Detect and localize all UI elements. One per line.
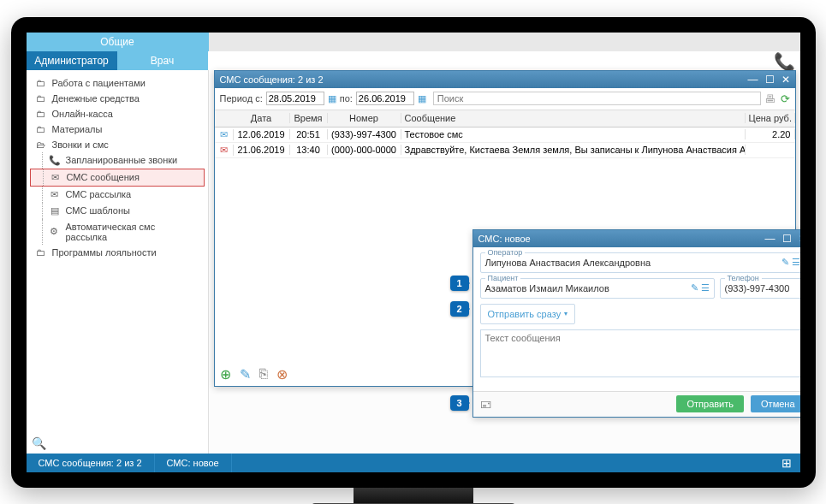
sidebar-item-loyalty[interactable]: 🗀Программы лояльности <box>30 245 205 260</box>
phone-icon[interactable]: 📞 <box>774 51 795 72</box>
send-button[interactable]: Отправить <box>676 395 744 412</box>
minimize-icon[interactable]: — <box>748 74 758 86</box>
dialog-title: СМС: новое <box>478 234 531 244</box>
period-to-label: по: <box>340 93 353 104</box>
sidebar-sub-sms-mailing[interactable]: ✉СМС рассылка <box>30 187 205 203</box>
folder-open-icon: 🗁 <box>35 139 47 150</box>
envelope-icon: ✉ <box>50 172 62 183</box>
list-icon[interactable]: ☰ <box>701 282 710 294</box>
cancel-button[interactable]: Отмена <box>751 395 799 412</box>
list-bottom-toolbar: ⊕ ✎ ⎘ ⊗ <box>220 366 288 382</box>
date-to-input[interactable] <box>356 92 414 105</box>
table-row[interactable]: ✉ 21.06.2019 13:40 (000)-000-0000 Здравс… <box>215 143 795 158</box>
envelope-icon: ✉ <box>215 129 234 140</box>
window-title: СМС сообщения: 2 из 2 <box>220 74 324 85</box>
tab-doctor[interactable]: Врач <box>117 51 208 70</box>
status-left-1[interactable]: СМС сообщения: 2 из 2 <box>27 454 155 472</box>
attachment-icon[interactable]: 🖃 <box>480 398 491 411</box>
header-time[interactable]: Время <box>290 113 328 123</box>
callout-2: 2 <box>450 301 469 317</box>
sidebar-item-money[interactable]: 🗀Денежные средства <box>30 91 205 106</box>
folder-icon: 🗀 <box>35 78 47 88</box>
header-number[interactable]: Номер <box>328 113 401 123</box>
message-textarea[interactable] <box>480 329 800 377</box>
gear-icon: ⚙ <box>49 226 61 237</box>
status-bar: СМС сообщения: 2 из 2 СМС: новое ⊞ <box>27 454 800 472</box>
operator-field: Оператор Липунова Анаствасия Александров… <box>480 252 800 273</box>
sms-new-dialog: СМС: новое — ☐ ✕ Оператор Липунова Анаст… <box>472 229 800 418</box>
list-icon[interactable]: ☰ <box>792 257 800 268</box>
envelope-icon: ✉ <box>49 189 61 200</box>
header-price[interactable]: Цена руб. <box>746 113 795 123</box>
chevron-down-icon: ▾ <box>564 310 568 317</box>
search-input[interactable] <box>433 92 761 105</box>
dialog-title-bar[interactable]: СМС: новое — ☐ ✕ <box>473 230 800 247</box>
edit-icon[interactable]: ✎ <box>240 366 251 382</box>
close-icon[interactable]: ✕ <box>799 233 800 245</box>
search-icon[interactable]: 🔍 <box>32 436 46 450</box>
sidebar-item-materials[interactable]: 🗀Материалы <box>30 122 205 137</box>
calendar-icon[interactable]: ▦ <box>328 93 336 104</box>
tab-general[interactable]: Общие <box>27 33 209 51</box>
header-date[interactable]: Дата <box>234 113 290 123</box>
folder-icon: 🗀 <box>35 247 47 258</box>
status-left-2[interactable]: СМС: новое <box>155 454 232 472</box>
calendar-icon[interactable]: ▦ <box>418 93 426 104</box>
phone-icon: 📞 <box>49 155 61 166</box>
window-title-bar[interactable]: СМС сообщения: 2 из 2 — ☐ ✕ <box>215 71 795 88</box>
filter-bar: Период с: ▦ по: ▦ 🖶 ⟳ <box>215 88 795 110</box>
add-icon[interactable]: ⊕ <box>220 366 231 382</box>
callout-3: 3 <box>450 395 469 411</box>
sidebar-sub-sms-templates[interactable]: ▤СМС шаблоны <box>30 203 205 219</box>
date-from-input[interactable] <box>266 92 324 105</box>
patient-field: Пациент Азаматов Измаил Микаилов ✎☰ <box>480 278 715 299</box>
phone-field: Телефон (933)-997-4300 <box>720 278 800 299</box>
top-tabs: Общие <box>27 33 800 51</box>
sidebar: 🗀Работа с пациентами 🗀Денежные средства … <box>27 70 209 454</box>
sidebar-item-calls-sms[interactable]: 🗁Звонки и смс <box>30 137 205 152</box>
envelope-icon: ✉ <box>215 145 234 156</box>
maximize-icon[interactable]: ☐ <box>765 74 775 86</box>
main-toolbar: 📞 <box>208 51 800 70</box>
delete-icon[interactable]: ⊗ <box>276 366 288 382</box>
send-mode-dropdown[interactable]: Отправить сразу▾ <box>480 304 576 324</box>
copy-icon[interactable]: ⎘ <box>259 366 268 382</box>
header-message[interactable]: Сообщение <box>401 113 746 123</box>
sidebar-sub-planned-calls[interactable]: 📞Запланированные звонки <box>30 152 205 169</box>
minimize-icon[interactable]: — <box>765 233 775 245</box>
refresh-icon[interactable]: ⟳ <box>781 92 790 105</box>
callout-1: 1 <box>450 276 469 291</box>
sidebar-sub-auto-sms[interactable]: ⚙Автоматическая смс рассылка <box>30 219 205 245</box>
tab-admin[interactable]: Администратор <box>27 51 117 70</box>
sidebar-sub-sms-messages[interactable]: ✉СМС сообщения <box>30 169 205 187</box>
sidebar-item-patients[interactable]: 🗀Работа с пациентами <box>30 75 205 91</box>
edit-icon[interactable]: ✎ <box>691 282 698 294</box>
folder-icon: 🗀 <box>35 124 47 134</box>
maximize-icon[interactable]: ☐ <box>782 233 792 245</box>
sidebar-item-cashbox[interactable]: 🗀Онлайн-касса <box>30 106 205 122</box>
folder-icon: 🗀 <box>35 93 47 104</box>
print-icon[interactable]: 🖶 <box>764 92 775 105</box>
grid-header: Дата Время Номер Сообщение Цена руб. <box>215 110 795 127</box>
status-lock-icon[interactable]: ⊞ <box>773 456 800 470</box>
edit-icon[interactable]: ✎ <box>781 257 789 268</box>
close-icon[interactable]: ✕ <box>781 74 790 86</box>
template-icon: ▤ <box>49 205 61 216</box>
folder-icon: 🗀 <box>35 109 47 119</box>
period-from-label: Период с: <box>220 93 263 104</box>
table-row[interactable]: ✉ 12.06.2019 20:51 (933)-997-4300 Тестов… <box>215 127 795 143</box>
